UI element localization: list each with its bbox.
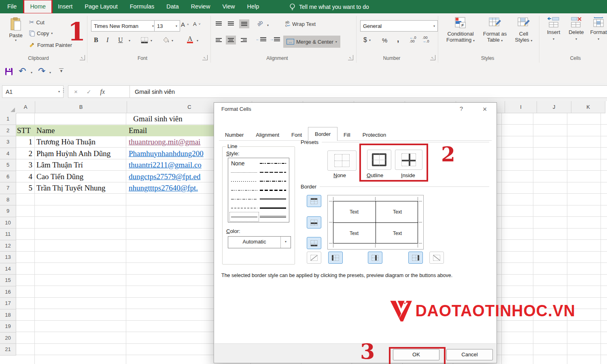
row-header[interactable]: 18 xyxy=(0,309,16,321)
email-link[interactable]: dungctps27579@fpt.ed xyxy=(129,172,200,181)
row-header[interactable]: 6 xyxy=(0,171,16,183)
font-name-combo[interactable]: Times New Roman▾ xyxy=(91,20,157,32)
undo-button[interactable]: ↷ xyxy=(19,66,26,76)
qat-customize-button[interactable]: —▾ xyxy=(59,67,64,72)
bold-button[interactable]: B xyxy=(94,36,98,44)
borders-button[interactable] xyxy=(141,37,148,43)
line-style-option[interactable] xyxy=(259,203,287,212)
row-header[interactable]: 21 xyxy=(0,344,16,356)
row-header[interactable]: 2 xyxy=(0,125,16,137)
ribbon-tab[interactable]: Home xyxy=(24,0,52,13)
fill-color-dropdown-arrow[interactable]: ▾ xyxy=(172,39,173,42)
ribbon-tab[interactable]: Insert xyxy=(52,0,79,13)
dialog-help-button[interactable]: ? xyxy=(457,105,466,112)
percent-style-button[interactable]: % xyxy=(382,37,387,44)
decrease-indent-button[interactable]: ← xyxy=(256,37,266,41)
dialog-tab[interactable]: Protection xyxy=(357,129,393,140)
ribbon-tab[interactable]: Page Layout xyxy=(79,0,123,13)
line-style-option[interactable] xyxy=(259,212,287,221)
ribbon-tab[interactable]: Help xyxy=(241,0,265,13)
column-header[interactable]: B xyxy=(35,101,127,113)
format-as-table-button[interactable]: Format asTable ▾ xyxy=(480,17,510,44)
row-header[interactable]: 20 xyxy=(0,332,16,344)
line-style-option[interactable] xyxy=(230,168,259,177)
paste-button[interactable]: Paste ▾ xyxy=(6,17,25,42)
alignment-dialog-launcher[interactable]: ↘ xyxy=(348,55,353,60)
ribbon-tab[interactable]: Data xyxy=(160,0,185,13)
comma-style-button[interactable]: , xyxy=(397,35,399,44)
accounting-format-button[interactable]: $▾ xyxy=(363,36,371,44)
row-header[interactable]: 5 xyxy=(0,159,16,171)
middle-align-button[interactable] xyxy=(228,21,234,25)
ribbon-tab[interactable]: View xyxy=(216,0,241,13)
cancel-entry-icon[interactable]: × xyxy=(74,88,78,95)
email-link[interactable]: thuantri2211@gmail.co xyxy=(129,161,202,169)
dialog-tab[interactable]: Alignment xyxy=(250,129,285,140)
dialog-tab[interactable]: Fill xyxy=(337,129,357,140)
italic-button[interactable]: I xyxy=(106,36,108,44)
dialog-tab[interactable]: Number xyxy=(219,129,250,140)
row-header[interactable]: 8 xyxy=(0,194,16,206)
line-style-option[interactable] xyxy=(259,159,287,168)
column-header[interactable]: K xyxy=(571,101,605,113)
save-button[interactable] xyxy=(5,68,13,76)
increase-decimal-button[interactable]: ←.0.00 xyxy=(410,36,416,43)
line-style-option[interactable] xyxy=(259,195,287,203)
cell-styles-button[interactable]: CellStyles ▾ xyxy=(511,17,536,44)
ribbon-tab[interactable]: Formulas xyxy=(124,0,160,13)
row-header[interactable]: 4 xyxy=(0,148,16,160)
line-style-option[interactable] xyxy=(230,203,259,212)
row-header[interactable]: 13 xyxy=(0,252,16,263)
orientation-dropdown-arrow[interactable]: ▾ xyxy=(267,23,269,27)
merge-center-button[interactable]: ↔ Merge & Center ▾ xyxy=(283,36,340,48)
email-link[interactable]: Phamhuynhanhdung200 xyxy=(129,149,204,158)
column-header[interactable]: A xyxy=(16,101,35,113)
cut-button[interactable]: ✂Cut xyxy=(29,19,45,26)
row-header[interactable]: 11 xyxy=(0,229,16,240)
formula-input[interactable]: Gmail sinh viên xyxy=(129,85,607,98)
fill-color-button[interactable] xyxy=(162,36,170,43)
email-link[interactable]: thuantruong.mit@gmai xyxy=(129,138,200,146)
ribbon-tab[interactable]: File xyxy=(0,0,24,13)
wrap-text-button[interactable]: abc↩ Wrap Text xyxy=(285,21,316,27)
copy-dropdown-arrow[interactable]: ▾ xyxy=(51,32,53,35)
border-preview[interactable]: Text Text Text Text xyxy=(327,195,424,250)
decrease-decimal-button[interactable]: .00→.0 xyxy=(422,36,429,43)
orientation-button[interactable]: ab xyxy=(256,19,264,28)
row-header[interactable]: 1 xyxy=(0,113,16,125)
border-diagonal-up-button[interactable] xyxy=(307,252,321,264)
font-dialog-launcher[interactable]: ↘ xyxy=(202,55,208,60)
align-left-button[interactable] xyxy=(216,38,222,42)
redo-button[interactable]: ↷ xyxy=(38,66,45,76)
align-right-button[interactable] xyxy=(241,38,247,42)
row-header[interactable]: 17 xyxy=(0,298,16,309)
row-header[interactable]: 16 xyxy=(0,286,16,298)
delete-cells-button[interactable]: Delete▾ xyxy=(566,17,586,42)
row-header[interactable]: 19 xyxy=(0,321,16,332)
column-header[interactable]: I xyxy=(505,101,537,113)
name-box-splitter[interactable]: ⋮ xyxy=(61,87,66,93)
dialog-tab[interactable]: Border xyxy=(308,127,337,141)
copy-button[interactable]: Copy▾ xyxy=(29,30,53,36)
row-header[interactable]: 7 xyxy=(0,182,16,194)
undo-dropdown-arrow[interactable]: ▾ xyxy=(31,71,32,74)
row-header[interactable]: 12 xyxy=(0,240,16,252)
line-style-option[interactable] xyxy=(230,195,259,203)
line-style-option[interactable] xyxy=(259,168,287,177)
border-right-button[interactable] xyxy=(408,252,423,264)
format-cells-button[interactable]: Format▾ xyxy=(588,17,607,42)
font-size-combo[interactable]: 13▾ xyxy=(154,20,180,32)
email-link[interactable]: nhungtttps27640@fpt. xyxy=(129,184,198,192)
select-all-corner[interactable] xyxy=(0,101,17,114)
row-header[interactable]: 9 xyxy=(0,205,16,217)
row-header[interactable]: 15 xyxy=(0,275,16,286)
enter-entry-icon[interactable]: ✓ xyxy=(87,89,91,95)
line-style-option[interactable] xyxy=(230,212,259,221)
line-style-listbox[interactable]: None xyxy=(228,158,289,222)
ribbon-tab[interactable]: Review xyxy=(185,0,216,13)
clipboard-dialog-launcher[interactable]: ↘ xyxy=(80,55,85,60)
dialog-close-button[interactable]: × xyxy=(480,105,489,114)
border-middle-h-button[interactable] xyxy=(307,216,321,229)
line-style-option[interactable] xyxy=(259,186,287,195)
border-bottom-button[interactable] xyxy=(307,237,321,249)
